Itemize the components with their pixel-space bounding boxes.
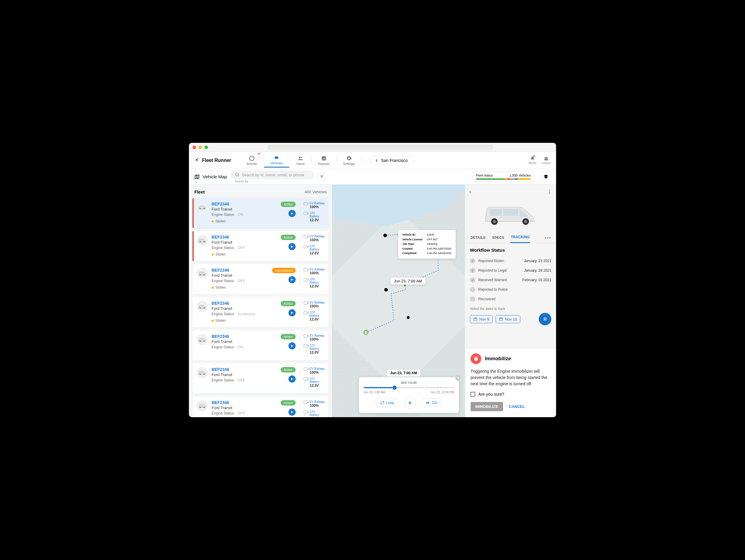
tabs-more-button[interactable]: ••• bbox=[545, 235, 551, 241]
nav-activity[interactable]: Activity bbox=[240, 154, 264, 167]
card-more-button[interactable]: ⋮ bbox=[321, 334, 325, 338]
svg-point-28 bbox=[364, 331, 368, 335]
card-more-button[interactable]: ⋮ bbox=[321, 268, 325, 272]
card-more-button[interactable]: ⋮ bbox=[321, 235, 325, 239]
svg-point-25 bbox=[383, 234, 387, 237]
svg-point-22 bbox=[203, 374, 205, 375]
location-select[interactable]: ▲▼ San Francisco bbox=[369, 156, 413, 165]
immobilize-confirm-button[interactable]: IMMOBILIZE bbox=[471, 402, 503, 411]
immobilize-cancel-button[interactable]: CANCEL bbox=[509, 404, 525, 409]
vehicle-card[interactable]: BEF2346Ford TransitEngine Status: Access… bbox=[193, 297, 328, 328]
12v-battery: 12V Battery12.0V bbox=[304, 377, 324, 387]
12v-battery: 12V Battery12.0V bbox=[304, 344, 324, 354]
workflow-title: Workflow Status bbox=[470, 248, 551, 253]
fleet-title: Fleet bbox=[194, 189, 205, 194]
svg-rect-7 bbox=[322, 158, 323, 159]
loop-button[interactable]: Loop bbox=[376, 399, 399, 407]
checkbox-icon[interactable] bbox=[471, 392, 475, 397]
map-icon bbox=[194, 174, 200, 180]
back-button[interactable]: › bbox=[469, 189, 471, 195]
vehicle-card[interactable]: BEF2346Ford TransitEngine Status: OFFAct… bbox=[193, 364, 328, 394]
filter-button[interactable] bbox=[318, 173, 326, 181]
check-icon bbox=[470, 297, 475, 302]
play-button[interactable] bbox=[288, 309, 296, 316]
12v-battery: 12V Battery12.0V bbox=[304, 211, 324, 222]
engine-status: Engine Status: ON bbox=[212, 213, 277, 217]
card-more-button[interactable]: ⋮ bbox=[321, 201, 325, 206]
play-button[interactable] bbox=[288, 243, 296, 250]
vehicle-card[interactable]: BEF2346Ford TransitEngine Status: OFFAct… bbox=[193, 397, 328, 417]
pause-icon bbox=[408, 401, 412, 405]
svg-rect-31 bbox=[409, 401, 410, 404]
pause-button[interactable] bbox=[404, 397, 416, 409]
vehicle-id: BEF2346 bbox=[212, 334, 277, 339]
card-more-button[interactable]: ⋮ bbox=[321, 400, 325, 404]
vehicle-thumb-icon bbox=[197, 334, 208, 345]
workflow-row: Received WarrantFebruary, 01 2021 bbox=[470, 275, 551, 285]
browser-urlbar[interactable] bbox=[268, 145, 493, 150]
vehicle-card[interactable]: BEF2346Ford TransitEngine Status: ONActi… bbox=[193, 331, 328, 361]
play-button[interactable] bbox=[288, 408, 296, 416]
engine-status: Engine Status: OFF bbox=[212, 411, 277, 415]
vehicle-card[interactable]: BEF2346Ford TransitEngine Status: OFFSto… bbox=[193, 231, 328, 261]
alert-bar bbox=[193, 231, 194, 261]
logout-button[interactable]: Logout bbox=[542, 156, 551, 165]
vehicle-id: BEF2346 bbox=[212, 235, 277, 240]
brand[interactable]: Fleet Runner bbox=[194, 158, 231, 163]
pause-fab[interactable] bbox=[539, 313, 551, 325]
vehicle-id: BEF2346 bbox=[212, 301, 277, 306]
close-window-icon[interactable] bbox=[193, 146, 196, 149]
alerts-button[interactable]: Alerts bbox=[529, 156, 537, 165]
play-button[interactable] bbox=[288, 375, 296, 382]
vehicle-card[interactable]: BEF2346Ford TransitEngine Status: ONStol… bbox=[193, 198, 328, 228]
tab-tracking[interactable]: TRACKING bbox=[510, 232, 530, 243]
nav-vehicles[interactable]: Vehicles bbox=[264, 153, 289, 167]
tab-details[interactable]: DETAILS bbox=[470, 233, 486, 243]
workflow-row: Reported to LegalJanuary, 28 2021 bbox=[470, 266, 551, 275]
filter-icon bbox=[320, 175, 324, 179]
more-button[interactable]: ⋮ bbox=[547, 189, 552, 195]
12v-battery: 12V Battery12.0V bbox=[304, 278, 324, 288]
fleet-status-widget[interactable]: Fleet status 1,000 Vehicles bbox=[472, 172, 535, 182]
speed-button[interactable]: 10x bbox=[421, 399, 442, 407]
map-time-label: Jun 23, 7:00 AM bbox=[390, 278, 425, 284]
card-more-button[interactable]: ⋮ bbox=[321, 301, 325, 305]
status-badge: Immobilized bbox=[272, 268, 296, 273]
svg-point-1 bbox=[250, 156, 254, 160]
vehicle-card[interactable]: BEF2346Ford TransitEngine Status: OFFSto… bbox=[193, 264, 328, 294]
tab-specs[interactable]: SPECS bbox=[491, 233, 505, 243]
svg-point-10 bbox=[235, 173, 238, 176]
nav-users[interactable]: Users bbox=[290, 154, 312, 167]
svg-point-21 bbox=[200, 374, 201, 375]
vehicle-thumb-icon bbox=[197, 400, 208, 411]
date-from-chip[interactable]: Nov 9 bbox=[470, 315, 493, 323]
svg-point-19 bbox=[200, 341, 201, 342]
maximize-window-icon[interactable] bbox=[204, 146, 208, 149]
confirm-checkbox-row[interactable]: Are you sure? bbox=[471, 392, 551, 397]
play-button[interactable] bbox=[288, 276, 296, 283]
12v-battery: 12V Battery12.0V bbox=[304, 311, 324, 321]
stolen-badge: Stolen bbox=[212, 219, 277, 223]
date-to-chip[interactable]: Nov 10 bbox=[495, 315, 520, 323]
runner-icon bbox=[194, 158, 200, 163]
layers-icon bbox=[543, 174, 549, 180]
minimize-window-icon[interactable] bbox=[198, 146, 202, 149]
check-icon bbox=[470, 287, 475, 292]
play-button[interactable] bbox=[288, 210, 296, 217]
12v-battery: 12V Battery12.0V bbox=[304, 410, 324, 417]
logout-icon bbox=[544, 156, 549, 161]
nav-settings[interactable]: Settings bbox=[336, 154, 361, 167]
search-input[interactable]: Search by id, name, email, or phone bbox=[231, 170, 314, 179]
playback-slider[interactable] bbox=[363, 387, 454, 388]
nav-reports[interactable]: Reports bbox=[312, 154, 336, 167]
layers-button[interactable] bbox=[541, 172, 551, 182]
gear-icon bbox=[346, 155, 352, 161]
playback-time-bubble: Jun 23, 7:00 AM bbox=[387, 369, 420, 377]
close-playback-button[interactable]: ✕ bbox=[455, 375, 461, 381]
map[interactable]: Vehicle ID:12345 Vehicle License:OFP 857… bbox=[332, 185, 465, 417]
svg-point-17 bbox=[200, 307, 201, 309]
top-nav: Fleet Runner Activity Vehicles Users Rep… bbox=[189, 152, 556, 169]
calendar-icon bbox=[499, 317, 503, 321]
card-more-button[interactable]: ⋮ bbox=[321, 367, 325, 371]
play-button[interactable] bbox=[288, 342, 296, 349]
